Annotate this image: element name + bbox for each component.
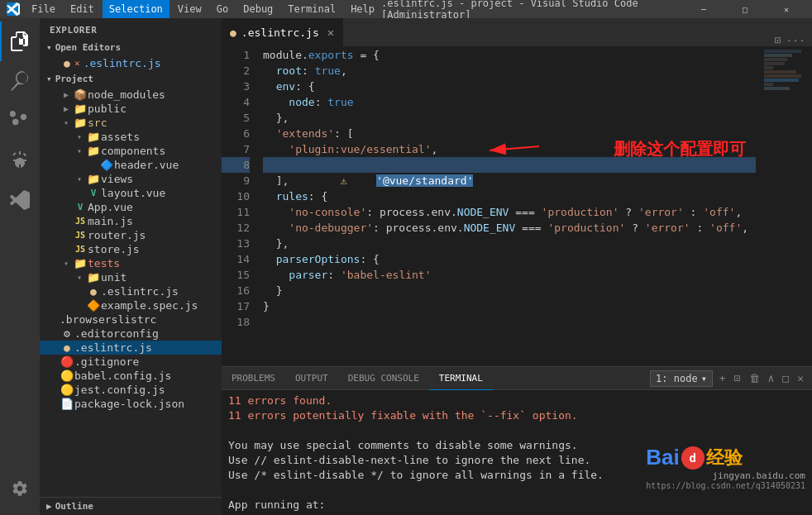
router-js-item[interactable]: JS router.js [40, 228, 222, 242]
example-spec-item[interactable]: 🔶 example.spec.js [40, 298, 222, 312]
split-editor-icon[interactable]: ⊡ [775, 34, 781, 46]
tab-dot-icon: ● [230, 26, 236, 39]
debug-console-tab[interactable]: DEBUG CONSOLE [338, 367, 429, 390]
expand-icon: ▾ [73, 174, 86, 184]
header-vue-item[interactable]: 🔷 header.vue [40, 158, 222, 172]
output-tab[interactable]: OUTPUT [285, 367, 338, 390]
close-file-icon[interactable]: ✕ [74, 58, 80, 69]
extensions-icon[interactable] [0, 180, 40, 220]
split-terminal-icon[interactable]: ⊡ [733, 370, 743, 386]
chevron-down-icon: ▾ [46, 42, 52, 53]
menu-file[interactable]: File [25, 0, 62, 18]
watermark-url: https://blog.csdn.net/q314050231 [646, 481, 805, 490]
maximize-panel-icon[interactable]: □ [781, 370, 791, 386]
folder-icon: 📁 [86, 271, 101, 284]
project-header[interactable]: ▾ Project [40, 70, 222, 88]
panel-tabs: PROBLEMS OUTPUT DEBUG CONSOLE TERMINAL 1… [222, 367, 812, 390]
baidu-logo-circle: d [681, 446, 705, 470]
vue-icon: V [73, 202, 88, 212]
minimize-button[interactable]: ─ [685, 0, 723, 18]
terminal-line-3 [228, 423, 805, 438]
spec-icon: 🔶 [86, 299, 101, 312]
watermark-site: jingyan.baidu.com [646, 470, 805, 481]
unit-eslintrc-item[interactable]: ● .eslintrc.js [40, 284, 222, 298]
menu-go[interactable]: Go [210, 0, 235, 18]
maximize-button[interactable]: □ [726, 0, 764, 18]
main-js-item[interactable]: JS main.js [40, 214, 222, 228]
editor-content[interactable]: 1 2 3 4 5 6 7 8 9 10 11 12 13 14 15 16 1 [222, 47, 812, 366]
terminal-line-2: 11 errors potentially fixable with the `… [228, 408, 805, 423]
node-modules-item[interactable]: ▶ 📦 node_modules [40, 88, 222, 102]
close-panel-button[interactable]: ✕ [795, 370, 805, 386]
layout-vue-item[interactable]: V layout.vue [40, 186, 222, 200]
menu-edit[interactable]: Edit [64, 0, 101, 18]
debug-icon[interactable] [0, 141, 40, 180]
watermark: Bai d 经验 jingyan.baidu.com https://blog.… [646, 445, 805, 490]
expand-icon: ▾ [60, 118, 73, 127]
package-lock-item[interactable]: 📄 package-lock.json [40, 397, 222, 411]
add-terminal-button[interactable]: + [718, 370, 728, 386]
more-actions-icon[interactable]: ··· [786, 34, 805, 46]
code-line-10: rules: { [263, 188, 756, 204]
editorconfig-item[interactable]: ⚙ .editorconfig [40, 327, 222, 341]
search-icon[interactable] [0, 61, 40, 101]
tests-item[interactable]: ▾ 📁 tests [40, 256, 222, 270]
menu-terminal[interactable]: Terminal [281, 0, 342, 18]
gitignore-item[interactable]: 🔴 .gitignore [40, 355, 222, 369]
code-line-2: root: true, [263, 63, 756, 79]
store-js-item[interactable]: JS store.js [40, 242, 222, 256]
terminal-dropdown[interactable]: 1: node ▾ [650, 370, 713, 387]
tab-close-button[interactable]: ✕ [327, 26, 334, 39]
code-line-5: }, [263, 110, 756, 126]
tab-label: .eslintrc.js [241, 26, 319, 39]
tab-bar: ● .eslintrc.js ✕ ⊡ ··· [222, 18, 812, 47]
menu-bar: File Edit Selection View Go Debug Termin… [25, 0, 381, 18]
babel-config-item[interactable]: 🟡 babel.config.js [40, 369, 222, 383]
app-vue-item[interactable]: V App.vue [40, 200, 222, 214]
unit-item[interactable]: ▾ 📁 unit [40, 270, 222, 284]
activity-bar-bottom [0, 469, 40, 515]
menu-help[interactable]: Help [344, 0, 381, 18]
browserslistrc-item[interactable]: .browserslistrc [40, 312, 222, 327]
assets-item[interactable]: ▾ 📁 assets [40, 130, 222, 144]
menu-view[interactable]: View [171, 0, 208, 18]
minimap-content [762, 47, 812, 93]
expand-icon: ▾ [60, 259, 73, 268]
menu-selection[interactable]: Selection [103, 0, 170, 18]
title-bar-left: File Edit Selection View Go Debug Termin… [7, 0, 381, 18]
jest-config-item[interactable]: 🟡 jest.config.js [40, 383, 222, 397]
code-line-11: 'no-console': process.env.NODE_ENV === '… [263, 204, 756, 220]
eslintrc-tab[interactable]: ● .eslintrc.js ✕ [222, 18, 343, 46]
code-line-4: node: true [263, 94, 756, 110]
file-tree: ▶ 📦 node_modules ▶ 📁 public ▾ 📁 src ▾ 📁 … [40, 88, 222, 497]
open-editors-header[interactable]: ▾ Open Editors [40, 39, 222, 56]
eslintrc-selected-item[interactable]: ● .eslintrc.js [40, 341, 222, 355]
trash-icon[interactable]: 🗑 [748, 370, 762, 386]
close-button[interactable]: ✕ [767, 0, 805, 18]
chevron-icon: ▶ [46, 501, 52, 512]
code-line-9: ], [263, 173, 756, 188]
settings-icon[interactable] [0, 469, 40, 508]
source-control-icon[interactable] [0, 101, 40, 141]
minimap [762, 47, 812, 366]
folder-icon: 📦 [73, 88, 88, 101]
src-item[interactable]: ▾ 📁 src [40, 116, 222, 130]
components-item[interactable]: ▾ 📁 components [40, 144, 222, 158]
explorer-icon[interactable] [0, 21, 40, 61]
menu-debug[interactable]: Debug [236, 0, 279, 18]
eslint-icon: ● [86, 285, 101, 298]
babel-icon: 🟡 [60, 370, 74, 382]
views-item[interactable]: ▾ 📁 views [40, 172, 222, 186]
vscode-icon [7, 2, 20, 16]
editor-area: ● .eslintrc.js ✕ ⊡ ··· 1 2 3 4 5 6 7 [222, 18, 812, 515]
code-line-15: parser: 'babel-eslint' [263, 267, 756, 283]
code-editor[interactable]: module.exports = { root: true, env: { no… [256, 47, 762, 366]
problems-tab[interactable]: PROBLEMS [222, 367, 285, 390]
chevron-up-icon[interactable]: ∧ [767, 370, 776, 386]
outline-header[interactable]: ▶ Outline [40, 497, 222, 515]
folder-icon: 📁 [86, 145, 101, 157]
open-editor-eslintrc[interactable]: ● ✕ .eslintrc.js [40, 56, 222, 70]
terminal-line-1: 11 errors found. [228, 393, 805, 408]
terminal-tab[interactable]: TERMINAL [429, 367, 493, 390]
public-item[interactable]: ▶ 📁 public [40, 102, 222, 116]
